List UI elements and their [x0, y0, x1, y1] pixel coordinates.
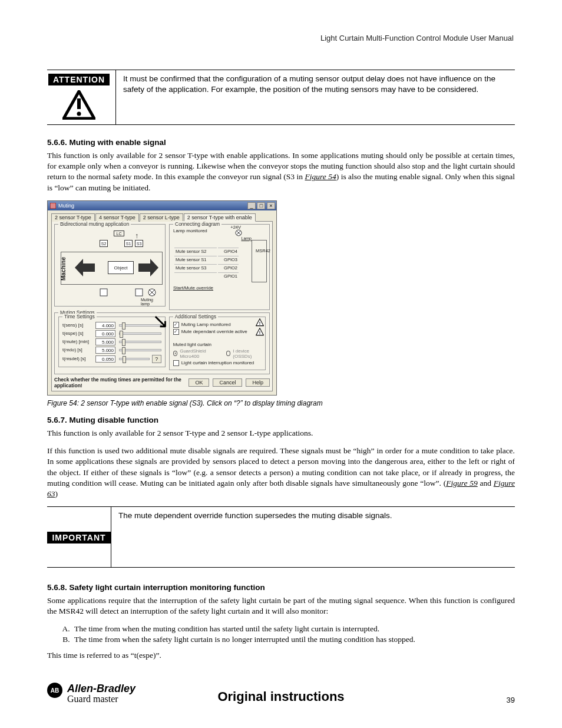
sec567-p1: This function is only available for 2 se…: [47, 428, 515, 439]
row-s1: Mute sensor S1: [174, 256, 217, 263]
chk-override-active[interactable]: ✓: [173, 329, 179, 335]
svg-rect-6: [100, 289, 107, 296]
row-blank: [174, 272, 217, 279]
row-s2: Mute sensor S2: [174, 248, 217, 255]
ab-logo-icon: AB: [47, 683, 62, 698]
lbl-tespe: t(espe) [s]: [62, 331, 93, 336]
help-question-button[interactable]: ?: [152, 355, 161, 363]
sec568-p1: Some applications require that the inter…: [47, 595, 515, 617]
attention-text: It must be confirmed that the configurat…: [116, 70, 515, 124]
muted-lc-label: Muted light curtain: [173, 342, 262, 347]
input-tespe[interactable]: 0.000: [95, 330, 115, 337]
svg-rect-3: [50, 203, 56, 209]
sec567-p2: If this function is used two additional …: [47, 446, 515, 499]
cancel-button[interactable]: Cancel: [213, 378, 242, 387]
attention-badge: ATTENTION: [48, 74, 110, 85]
heading-567: 5.6.7. Muting disable function: [47, 416, 515, 424]
group-muting-settings: Muting Settings Time Settings t(sens) [s…: [54, 312, 270, 374]
svg-marker-4: [75, 259, 95, 276]
muting-dialog: Muting _ □ × 2 sensor T-type 4 sensor T-…: [47, 200, 277, 396]
warning-mini-icon: !: [256, 318, 264, 327]
radio-guardshield[interactable]: [173, 351, 178, 356]
group-time-title: Time Settings: [62, 314, 97, 319]
page-number: 39: [507, 696, 515, 704]
ok-button[interactable]: OK: [189, 378, 209, 387]
svg-rect-1: [77, 98, 81, 109]
help-button[interactable]: Help: [246, 378, 270, 387]
group-connecting: Connecting diagram Lamp monitored +24V L…: [169, 224, 270, 310]
tab-2t-enable[interactable]: 2 sensor T-type with enable: [184, 213, 256, 222]
chk-interruption[interactable]: [173, 360, 179, 366]
lbl-tmsdel: t(msdel) [s]: [62, 356, 93, 361]
svg-rect-7: [135, 289, 143, 296]
slider-tmsdel[interactable]: [119, 358, 150, 360]
machine-label: Machine: [60, 257, 67, 281]
tab-4t[interactable]: 4 sensor T-type: [95, 213, 139, 222]
group-connecting-title: Connecting diagram: [173, 221, 222, 227]
group-time-settings: Time Settings t(sens) [s] 4.000 t(espe) …: [58, 317, 166, 367]
dialog-titlebar: Muting _ □ ×: [48, 201, 276, 210]
important-box: IMPORTANT The mute dependent override fu…: [47, 506, 515, 568]
svg-point-2: [77, 112, 81, 116]
brand-line1: Allen-Bradley: [67, 683, 135, 695]
object-box: Object: [108, 261, 134, 274]
figure-59-link[interactable]: Figure 59: [446, 479, 478, 487]
muting-dialog-figure: Muting _ □ × 2 sensor T-type 4 sensor T-…: [47, 200, 515, 396]
minimize-button[interactable]: _: [247, 202, 256, 209]
group-bidirectional-title: Bidirectional muting application: [58, 221, 131, 227]
dialog-title: Muting: [58, 203, 74, 209]
slider-tmute[interactable]: [119, 341, 161, 343]
arrow-right-icon: [138, 259, 158, 276]
important-badge: IMPORTANT: [47, 532, 110, 543]
slider-tsens[interactable]: [119, 324, 161, 327]
group-bidirectional: Bidirectional muting application LC ↑ S2…: [54, 224, 166, 307]
chk-override-label: Mute dependant override active: [181, 329, 247, 334]
row-gpio4: GPIO4: [218, 248, 239, 255]
input-tmdo[interactable]: 5.000: [95, 347, 115, 354]
msr42-label: MSR42: [256, 248, 270, 253]
maximize-button[interactable]: □: [257, 202, 265, 209]
running-head: Light Curtain Multi-Function Control Mod…: [320, 34, 514, 42]
slider-tespe[interactable]: [119, 332, 161, 335]
sensor-s3: S3: [135, 240, 143, 247]
input-tmsdel[interactable]: 0.050: [95, 355, 115, 363]
tab-2l[interactable]: 2 sensor L-type: [140, 213, 183, 222]
time-row-tmsdel: t(msdel) [s] 0.050 ?: [62, 355, 161, 363]
sensor-low-l1-icon: [100, 288, 108, 297]
sec566-para: This function is only available for 2 se…: [47, 150, 515, 193]
sec567-p2a: If this function is used two additional …: [47, 446, 515, 487]
tab-2t[interactable]: 2 sensor T-type: [51, 213, 95, 222]
radio-idevice[interactable]: [226, 351, 231, 356]
dialog-icon: [50, 203, 56, 209]
schematic: LC ↑ S2 S1 S3 Machine Object: [58, 228, 161, 304]
svg-text:!: !: [259, 320, 261, 325]
gpio-table: Mute sensor S2GPIO4 Mute sensor S1GPIO3 …: [173, 246, 240, 281]
chk-lamp-label: Muting Lamp monitored: [181, 322, 231, 327]
input-tsens[interactable]: 4.000: [95, 322, 115, 329]
figure-54-link[interactable]: Figure 54: [305, 172, 336, 181]
time-row-tmdo: t(mdo) [s] 5.000: [62, 347, 161, 354]
lamp-icon: [235, 229, 242, 236]
heading-566: 5.6.6. Muting with enable signal: [47, 138, 515, 147]
slider-tmdo[interactable]: [119, 349, 161, 351]
heading-568: 5.6.8. Safety light curtain interruption…: [47, 583, 515, 592]
row-s3: Mute sensor S3: [174, 264, 217, 271]
lc-box: LC: [114, 230, 124, 236]
sec568-li-a: The time from when the muting condition …: [72, 624, 515, 634]
warning-mini-icon: !: [256, 328, 264, 336]
input-tmute[interactable]: 5.000: [95, 338, 115, 345]
arrow-left-icon: [75, 259, 95, 276]
time-row-tsens: t(sens) [s] 4.000: [62, 322, 161, 329]
sec567-p2b: ): [55, 489, 58, 498]
sec567-and: and: [478, 479, 494, 487]
chk-lamp-monitored[interactable]: ✓: [173, 322, 179, 328]
svg-marker-5: [138, 259, 158, 276]
muting-lamp-label: Muting lamp: [141, 298, 161, 306]
sensor-low-l2-icon: [135, 288, 143, 297]
lamp-monitored-label: Lamp monitored: [173, 228, 266, 233]
time-row-tmute: t(mute) [min] 5.000: [62, 338, 161, 345]
close-button[interactable]: ×: [267, 202, 275, 209]
muting-times-warning: Check whether the muting times are permi…: [54, 377, 185, 388]
sensor-s2: S2: [100, 240, 108, 247]
start-override-link[interactable]: Start/Mute override: [173, 285, 266, 291]
